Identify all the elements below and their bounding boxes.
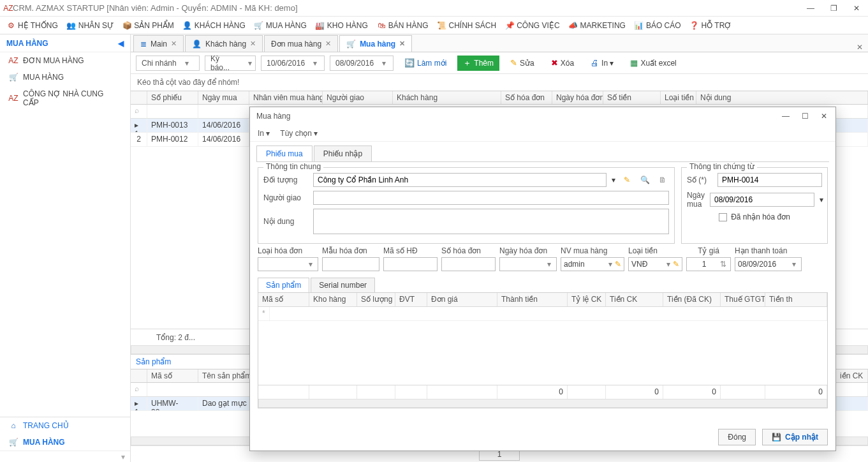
policy-icon: 📜 bbox=[438, 21, 446, 30]
col-khachhang[interactable]: Khách hàng bbox=[393, 91, 501, 104]
menu-khachhang[interactable]: 👤KHÁCH HÀNG bbox=[183, 21, 246, 30]
input-ngaymua[interactable] bbox=[710, 193, 814, 207]
col-loaitien[interactable]: Loại tiền bbox=[661, 91, 696, 104]
menu-nhansu[interactable]: 👥NHÂN SỰ bbox=[67, 21, 114, 30]
input-so[interactable] bbox=[717, 173, 822, 187]
refresh-button[interactable]: 🔄Làm mới bbox=[399, 56, 452, 71]
col-noidung[interactable]: Nội dung bbox=[696, 91, 868, 104]
dialog-maximize[interactable]: ☐ bbox=[800, 112, 810, 121]
pencil-icon[interactable]: ✎ bbox=[621, 174, 633, 186]
sidebar-item-muahang[interactable]: 🛒MUA HÀNG bbox=[0, 69, 130, 86]
dialog-menu: In ▾ Tùy chọn ▾ bbox=[250, 125, 835, 142]
printer-icon: 🖨 bbox=[591, 58, 599, 68]
dialog-close[interactable]: ✕ bbox=[819, 112, 829, 121]
menu-banhang[interactable]: 🛍BÁN HÀNG bbox=[377, 21, 429, 30]
people-icon: 👥 bbox=[67, 21, 76, 30]
edit-button[interactable]: ✎Sửa bbox=[504, 56, 540, 71]
menu-hotro[interactable]: ❓HỖ TRỢ bbox=[690, 21, 732, 30]
page-icon[interactable]: 🗎 bbox=[656, 174, 669, 186]
gear-icon: ⚙ bbox=[6, 21, 15, 30]
dialog-print[interactable]: In ▾ bbox=[258, 129, 270, 138]
menu-muahang[interactable]: 🛒MUA HÀNG bbox=[254, 21, 307, 30]
add-button[interactable]: ＋Thêm bbox=[457, 56, 499, 71]
window-close[interactable]: ✕ bbox=[849, 4, 864, 13]
dialog-tabs: Phiếu mua Phiếu nhập bbox=[256, 145, 829, 162]
chevron-down-icon[interactable]: ▾ bbox=[612, 175, 615, 184]
input-sohd[interactable] bbox=[441, 257, 496, 271]
sidebar-item-congno[interactable]: AZCÔNG NỢ NHÀ CUNG CẤP bbox=[0, 86, 130, 111]
col-sohoadon[interactable]: Số hóa đơn bbox=[501, 91, 552, 104]
col-ngayhoadon[interactable]: Ngày hóa đơn bbox=[552, 91, 603, 104]
input-nguoigiao[interactable] bbox=[313, 191, 669, 205]
date-to[interactable]: 08/09/2016▾ bbox=[330, 56, 394, 71]
sidebar-trangchu[interactable]: ⌂TRANG CHỦ bbox=[0, 417, 130, 434]
excel-button[interactable]: ▦Xuất excel bbox=[624, 56, 682, 71]
innertab-sanpham[interactable]: Sản phẩm bbox=[258, 278, 309, 292]
window-minimize[interactable]: ― bbox=[803, 4, 818, 13]
menu-chinhsach[interactable]: 📜CHÍNH SÁCH bbox=[438, 21, 497, 30]
window-titlebar: AZ CRM. AZMAX STARTUP [Nhân viên: Admin … bbox=[0, 0, 868, 17]
user-icon: 👤 bbox=[192, 40, 202, 48]
tab-close-icon[interactable]: ✕ bbox=[325, 40, 331, 48]
menu-marketing[interactable]: 📣MARKETING bbox=[569, 21, 626, 30]
col-ngaymua[interactable]: Ngày mua bbox=[198, 91, 249, 104]
input-masohd[interactable] bbox=[383, 257, 438, 271]
menu-baocao[interactable]: 📊BÁO CÁO bbox=[635, 21, 681, 30]
box-icon: 📦 bbox=[122, 21, 131, 30]
tab-donmuahang[interactable]: Đơn mua hàng✕ bbox=[264, 35, 338, 52]
combo-chinhanh[interactable]: Chi nhánh▾ bbox=[136, 56, 200, 71]
tab-close-icon[interactable]: ✕ bbox=[399, 40, 405, 48]
dlgtab-phieumua[interactable]: Phiếu mua bbox=[256, 145, 313, 161]
tab-main[interactable]: ≣Main✕ bbox=[133, 35, 184, 52]
tabstrip: ≣Main✕ 👤Khách hàng✕ Đơn mua hàng✕ 🛒Mua h… bbox=[131, 34, 868, 52]
menu-khohang[interactable]: 🏭KHO HÀNG bbox=[316, 21, 368, 30]
combo-loaihd[interactable]: ▾ bbox=[258, 257, 318, 271]
search-icon[interactable]: 🔍 bbox=[638, 174, 651, 186]
menu-hethong[interactable]: ⚙HỆ THỐNG bbox=[6, 21, 58, 30]
tab-close-icon[interactable]: ✕ bbox=[171, 40, 177, 48]
input-ngayhd[interactable]: ▾ bbox=[499, 257, 557, 271]
cart-icon: 🛒 bbox=[9, 73, 18, 82]
tab-khachhang[interactable]: 👤Khách hàng✕ bbox=[185, 35, 263, 52]
input-mauhd[interactable] bbox=[322, 257, 379, 271]
dialog-options[interactable]: Tùy chọn ▾ bbox=[280, 129, 318, 138]
combo-nvmua[interactable]: admin▾✎ bbox=[561, 257, 624, 271]
sidebar-muahang-bottom[interactable]: 🛒MUA HÀNG bbox=[0, 434, 130, 451]
check-danhan[interactable]: Đã nhận hóa đơn bbox=[719, 212, 790, 221]
dialog-save-button[interactable]: 💾Cập nhật bbox=[762, 429, 828, 445]
pencil-icon[interactable]: ✎ bbox=[673, 260, 679, 269]
window-restore[interactable]: ❐ bbox=[826, 4, 841, 13]
input-hantt[interactable]: 08/09/2016▾ bbox=[735, 257, 802, 271]
innertab-serial[interactable]: Serial number bbox=[311, 278, 375, 292]
innergrid-hscroll[interactable] bbox=[258, 399, 827, 408]
col-sophieu[interactable]: Số phiếu bbox=[147, 91, 198, 104]
col-rownum[interactable] bbox=[131, 91, 147, 104]
collapse-icon[interactable]: ◀ bbox=[118, 39, 124, 48]
tabstrip-close-all[interactable]: ✕ bbox=[857, 43, 863, 52]
delete-button[interactable]: ✖Xóa bbox=[545, 56, 580, 71]
dialog-close-button[interactable]: Đóng bbox=[718, 429, 756, 445]
combo-loaitien[interactable]: VNĐ▾✎ bbox=[628, 257, 682, 271]
input-doituong[interactable] bbox=[313, 173, 607, 187]
col-nvmua[interactable]: Nhân viên mua hàng bbox=[249, 91, 323, 104]
sidebar-item-donmuahang[interactable]: AZĐƠN MUA HÀNG bbox=[0, 52, 130, 69]
pencil-icon[interactable]: ✎ bbox=[615, 260, 621, 269]
col-sotien[interactable]: Số tiền bbox=[603, 91, 661, 104]
dlgtab-phieunhap[interactable]: Phiếu nhập bbox=[314, 145, 372, 161]
dialog-minimize[interactable]: ― bbox=[781, 112, 791, 121]
tab-close-icon[interactable]: ✕ bbox=[250, 40, 256, 48]
col-nguoigiao[interactable]: Người giao bbox=[323, 91, 393, 104]
menu-congviec[interactable]: 📌CÔNG VIỆC bbox=[505, 21, 559, 30]
sidebar-footer: ▾ bbox=[0, 451, 130, 462]
report-icon: 📊 bbox=[635, 21, 644, 30]
chevron-down-icon[interactable]: ▾ bbox=[820, 195, 823, 204]
print-button[interactable]: 🖨In ▾ bbox=[585, 56, 619, 71]
menu-sanpham[interactable]: 📦SẢN PHẨM bbox=[122, 21, 174, 30]
tab-muahang[interactable]: 🛒Mua hàng✕ bbox=[339, 35, 412, 52]
input-noidung[interactable] bbox=[313, 209, 669, 234]
inner-new-row[interactable]: * bbox=[258, 307, 827, 321]
date-from[interactable]: 10/06/2016▾ bbox=[261, 56, 325, 71]
sale-icon: 🛍 bbox=[377, 21, 386, 30]
combo-kybao[interactable]: Kỳ báo...▾ bbox=[205, 56, 256, 71]
input-tygia[interactable]: 1⇅ bbox=[686, 257, 731, 271]
